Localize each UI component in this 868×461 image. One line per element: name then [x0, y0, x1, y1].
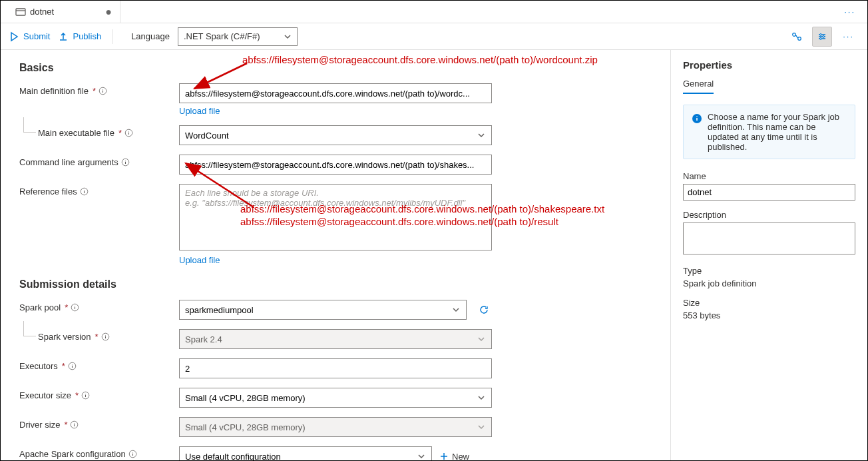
chevron-down-icon — [476, 392, 487, 403]
chevron-down-icon — [476, 422, 487, 432]
info-icon[interactable] — [71, 303, 79, 312]
language-label: Language — [131, 31, 170, 41]
related-items-button[interactable] — [787, 27, 807, 47]
spark-version-label: Spark version* — [19, 329, 179, 342]
executor-size-select[interactable] — [179, 388, 492, 408]
plus-icon — [439, 451, 449, 460]
apache-conf-select[interactable] — [179, 446, 432, 460]
info-icon[interactable] — [70, 420, 79, 429]
executors-label: Executors* — [19, 358, 179, 371]
info-message: Choose a name for your Spark job definit… — [683, 105, 855, 159]
refresh-icon — [479, 304, 489, 315]
toolbar: Submit Publish Language .NET Spark (C#/F… — [1, 23, 867, 50]
main-def-label: Main definition file* — [19, 83, 179, 96]
main-exec-select[interactable] — [179, 125, 492, 145]
prop-name-input[interactable] — [683, 184, 855, 201]
tab-title: dotnet — [30, 7, 54, 17]
main-exec-label: Main executable file* — [19, 125, 179, 138]
publish-label: Publish — [73, 31, 101, 41]
prop-desc-input[interactable] — [683, 223, 855, 254]
info-icon[interactable] — [81, 391, 90, 400]
prop-size-value: 553 bytes — [683, 310, 855, 320]
basics-heading: Basics — [19, 62, 652, 74]
info-icon[interactable] — [68, 362, 77, 370]
main-panel: abfss://filesystem@storageaccount.dfs.co… — [1, 50, 671, 460]
svg-point-2 — [793, 33, 796, 36]
info-icon[interactable] — [99, 87, 107, 95]
info-icon[interactable] — [101, 332, 110, 341]
submit-button[interactable]: Submit — [9, 31, 50, 42]
settings-icon — [817, 31, 827, 42]
info-circle-icon — [692, 113, 702, 124]
driver-size-label: Driver size* — [19, 417, 179, 430]
language-value: .NET Spark (C#/F#) — [184, 31, 260, 41]
prop-type-label: Type — [683, 266, 855, 276]
new-config-button[interactable]: New — [439, 451, 469, 460]
spark-job-icon — [15, 7, 26, 17]
refresh-button[interactable] — [476, 304, 492, 315]
cmd-args-input[interactable] — [179, 155, 492, 175]
executors-input[interactable] — [179, 358, 492, 378]
info-icon[interactable] — [124, 129, 133, 137]
svg-point-4 — [820, 33, 822, 35]
chevron-down-icon — [451, 304, 461, 315]
apache-conf-label: Apache Spark configuration — [19, 446, 179, 459]
upload-file-link-1[interactable]: Upload file — [179, 106, 220, 116]
main-def-input[interactable] — [179, 83, 492, 103]
chevron-down-icon — [282, 31, 293, 42]
play-icon — [9, 31, 19, 42]
chevron-down-icon — [476, 334, 487, 344]
driver-size-select — [179, 417, 492, 437]
spark-pool-label: Spark pool* — [19, 300, 179, 312]
svg-rect-0 — [16, 9, 25, 15]
properties-toggle-button[interactable] — [812, 27, 832, 47]
ref-files-textarea[interactable] — [179, 184, 492, 250]
toolbar-overflow-icon[interactable]: ··· — [837, 31, 859, 41]
executor-size-label: Executor size* — [19, 388, 179, 400]
chevron-down-icon — [476, 130, 487, 141]
lineage-icon — [791, 31, 802, 42]
spark-pool-select[interactable] — [179, 300, 467, 320]
properties-panel: Properties General Choose a name for you… — [671, 50, 867, 460]
upload-file-link-2[interactable]: Upload file — [179, 255, 220, 265]
publish-icon — [58, 31, 69, 42]
prop-size-label: Size — [683, 298, 855, 308]
cmd-args-label: Command line arguments — [19, 155, 179, 167]
submission-heading: Submission details — [19, 278, 652, 290]
chevron-down-icon — [416, 451, 427, 460]
properties-title: Properties — [683, 59, 855, 71]
tab-general[interactable]: General — [683, 79, 714, 94]
tab-bar: dotnet ● ··· — [1, 1, 867, 23]
language-select[interactable]: .NET Spark (C#/F#) — [178, 27, 298, 46]
info-icon[interactable] — [80, 187, 89, 196]
ref-files-label: Reference files — [19, 184, 179, 197]
publish-button[interactable]: Publish — [58, 31, 101, 42]
prop-name-label: Name — [683, 171, 855, 181]
prop-desc-label: Description — [683, 210, 855, 220]
svg-point-6 — [820, 37, 822, 39]
prop-type-value: Spark job definition — [683, 278, 855, 288]
submit-label: Submit — [23, 31, 50, 41]
svg-point-5 — [823, 35, 825, 37]
svg-point-3 — [798, 37, 801, 40]
dirty-indicator-icon: ● — [105, 7, 112, 17]
separator — [112, 29, 112, 44]
spark-version-select — [179, 329, 492, 349]
editor-tab[interactable]: dotnet ● — [7, 1, 120, 23]
info-icon[interactable] — [128, 450, 137, 458]
info-icon[interactable] — [121, 158, 130, 167]
tab-overflow-icon[interactable]: ··· — [839, 7, 861, 17]
